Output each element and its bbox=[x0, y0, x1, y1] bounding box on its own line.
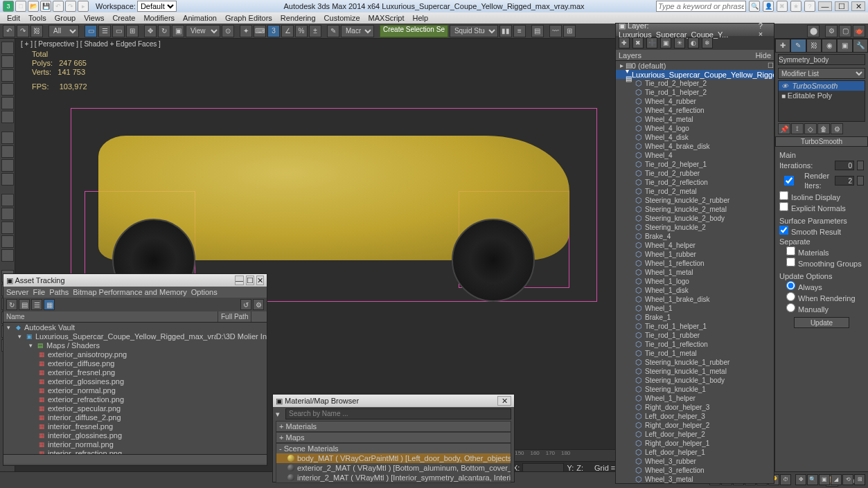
explicit-checkbox[interactable] bbox=[779, 202, 788, 211]
menu-edit[interactable]: Edit bbox=[4, 14, 23, 22]
layer-item[interactable]: ⬡Steering_knuckle_2 bbox=[616, 223, 774, 232]
asset-tree-button[interactable]: ▤ bbox=[19, 299, 30, 310]
redo-tb-button[interactable]: ↷ bbox=[17, 25, 29, 37]
configure-sets-button[interactable]: ⚙ bbox=[831, 123, 843, 134]
layer-item[interactable]: ⬡Steering_knuckle_1_rubber bbox=[616, 358, 774, 367]
menu-group[interactable]: Group bbox=[52, 14, 79, 22]
asset-col-path[interactable]: Full Path bbox=[218, 311, 251, 322]
show-result-button[interactable]: ⟟ bbox=[791, 123, 804, 134]
motion-tab[interactable]: ◉ bbox=[822, 39, 837, 53]
asset-refresh-button[interactable]: ↻ bbox=[6, 299, 17, 310]
modifier-turbosmooth[interactable]: 👁 TurboSmooth bbox=[779, 81, 865, 91]
menu-views[interactable]: Views bbox=[81, 14, 107, 22]
menu-graph-editors[interactable]: Graph Editors bbox=[222, 14, 275, 22]
graphite-ring-icon[interactable] bbox=[1, 83, 14, 96]
materials-section[interactable]: + Materials bbox=[276, 422, 511, 431]
asset-map-item[interactable]: ▦interior_fresnel.png bbox=[3, 422, 267, 431]
asset-map-item[interactable]: ▦exterior_glossines.png bbox=[3, 377, 267, 386]
material-body[interactable]: body_MAT ( VRayCarPaintMtl ) [Left_door_… bbox=[276, 453, 511, 463]
window-crossing-button[interactable]: ⊞ bbox=[126, 25, 139, 37]
modifier-list-dropdown[interactable]: Modifier List bbox=[778, 68, 865, 79]
asset-hscrollbar[interactable] bbox=[3, 454, 267, 464]
layer-item[interactable]: ⬡Tie_rod_1_rubber bbox=[616, 331, 774, 340]
layer-item[interactable]: ⬡Steering_knuckle_2_body bbox=[616, 214, 774, 223]
sep-sg-checkbox[interactable] bbox=[786, 257, 795, 266]
new-layer-button[interactable]: ✚ bbox=[619, 37, 630, 48]
layer-item[interactable]: ⬡Tie_rod_1_helper_1 bbox=[616, 322, 774, 331]
layer-item[interactable]: ⬡Tie_rod_2_helper_2 bbox=[616, 79, 774, 88]
display-tab[interactable]: ▣ bbox=[837, 39, 852, 53]
rotate-button[interactable]: ↻ bbox=[158, 25, 170, 37]
maps-section[interactable]: + Maps bbox=[276, 433, 511, 442]
new-button[interactable]: □ bbox=[15, 1, 26, 12]
redo-button[interactable]: ↷ bbox=[65, 1, 76, 12]
exchange-icon[interactable]: ✖ bbox=[777, 1, 788, 12]
utilities-tab[interactable]: 🔧 bbox=[853, 39, 868, 53]
layer-item[interactable]: ⬡Tie_rod_2_helper_1 bbox=[616, 160, 774, 169]
layer-item[interactable]: ⬡Steering_knuckle_1_body bbox=[616, 376, 774, 385]
percent-snap-button[interactable]: % bbox=[295, 25, 308, 37]
update-always-radio[interactable] bbox=[786, 281, 795, 290]
studio-selector[interactable]: Squid Studio bbox=[450, 25, 498, 37]
graphite-edge-icon[interactable] bbox=[1, 132, 14, 144]
delete-layer-button[interactable]: ✖ bbox=[632, 37, 644, 48]
layers-header[interactable]: Layers bbox=[619, 51, 641, 60]
menu-animation[interactable]: Animation bbox=[180, 14, 220, 22]
layer-item[interactable]: ⬡Wheel_3_metal bbox=[616, 475, 774, 483]
edit-selection-button[interactable]: ✎ bbox=[327, 25, 339, 37]
zoom-view-button[interactable]: 🔍 bbox=[807, 474, 818, 485]
asset-map-item[interactable]: ▦interior_normal.png bbox=[3, 440, 267, 449]
update-manual-radio[interactable] bbox=[786, 303, 795, 312]
asset-map-item[interactable]: ▦exterior_refraction.png bbox=[3, 395, 267, 404]
layer-item[interactable]: ⬡Tie_rod_2_metal bbox=[616, 187, 774, 196]
layer-item[interactable]: ⬡Tie_rod_1_helper_2 bbox=[616, 88, 774, 97]
select-layer-button[interactable]: ▣ bbox=[660, 37, 671, 48]
asset-map-item[interactable]: ▦interior_glossines.png bbox=[3, 431, 267, 440]
layer-item[interactable]: ⬡Wheel_4_reflection bbox=[616, 106, 774, 115]
asset-file[interactable]: ▾▣Luxurious_Supercar_Coupe_Yellow_Rigged… bbox=[3, 332, 267, 341]
layer-item[interactable]: ⬡Wheel_1_brake_disk bbox=[616, 295, 774, 304]
asset-maps-folder[interactable]: ▾▤Maps / Shaders bbox=[3, 341, 267, 350]
selection-filter[interactable]: All bbox=[48, 25, 79, 37]
angle-snap-button[interactable]: ∠ bbox=[281, 25, 294, 37]
material-exterior2[interactable]: exterior_2_MAT ( VRayMtl ) [Bottom_alumi… bbox=[276, 463, 511, 473]
layer-item[interactable]: ⬡Tie_rod_1_reflection bbox=[616, 340, 774, 349]
layer-item[interactable]: ⬡Wheel_1_logo bbox=[616, 277, 774, 286]
sep-materials-checkbox[interactable] bbox=[786, 246, 795, 255]
undo-button[interactable]: ↶ bbox=[53, 1, 64, 12]
asset-close-button[interactable]: ✕ bbox=[256, 275, 264, 285]
graphite-grow-icon[interactable] bbox=[1, 97, 14, 109]
workspace-selector[interactable]: Workspace: Default bbox=[96, 1, 177, 12]
material-search-input[interactable]: Search by Name ... bbox=[285, 408, 511, 419]
asset-map-item[interactable]: ▦exterior_diffuse.png bbox=[3, 359, 267, 368]
mirror-button[interactable]: ▮▮ bbox=[499, 25, 512, 37]
layer-item[interactable]: ⬡Steering_knuckle_1 bbox=[616, 385, 774, 394]
graphite-shrink-icon[interactable] bbox=[1, 111, 14, 123]
modify-tab[interactable]: ✎ bbox=[790, 39, 806, 53]
graphite-border-icon[interactable] bbox=[1, 173, 14, 186]
curve-editor-button[interactable]: 〰 bbox=[549, 25, 562, 37]
graphite-face-icon[interactable] bbox=[1, 145, 14, 158]
undo-tb-button[interactable]: ↶ bbox=[3, 25, 15, 37]
move-button[interactable]: ✥ bbox=[144, 25, 157, 37]
asset-map-item[interactable]: ▦exterior_fresnel.png bbox=[3, 368, 267, 377]
asset-options-button[interactable]: ⚙ bbox=[253, 299, 264, 310]
menu-maxscript[interactable]: MAXScript bbox=[366, 14, 407, 22]
asset-menu-file[interactable]: File bbox=[33, 288, 45, 296]
render-frame-button[interactable]: ▢ bbox=[839, 25, 851, 37]
layer-close-button[interactable]: × bbox=[759, 30, 763, 38]
select-name-button[interactable]: ☰ bbox=[98, 25, 111, 37]
modifier-editablepoly[interactable]: ■ Editable Poly bbox=[779, 91, 865, 100]
graphite-select-icon[interactable] bbox=[1, 42, 14, 54]
hide-header[interactable]: Hide bbox=[755, 51, 771, 60]
layer-item[interactable]: ⬡Left_door_helper_2 bbox=[616, 430, 774, 439]
graphite-loop-icon[interactable] bbox=[1, 69, 14, 82]
menu-rendering[interactable]: Rendering bbox=[278, 14, 319, 22]
graphite-inset-icon[interactable] bbox=[1, 222, 14, 234]
iterations-input[interactable] bbox=[835, 161, 854, 170]
highlight-layer-button[interactable]: ☀ bbox=[674, 37, 685, 48]
infocenter-icon[interactable]: 🔍 bbox=[749, 1, 760, 12]
object-name-field[interactable] bbox=[778, 54, 865, 65]
create-tab[interactable]: ✚ bbox=[775, 39, 790, 53]
layer-item[interactable]: ⬡Wheel_4_brake_disk bbox=[616, 142, 774, 151]
